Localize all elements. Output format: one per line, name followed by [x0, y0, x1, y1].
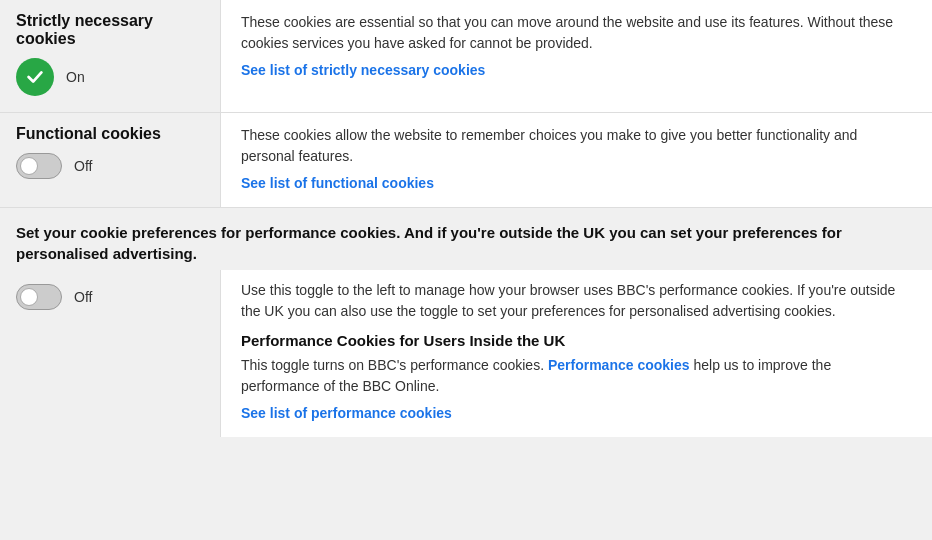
performance-section: Set your cookie preferences for performa… [0, 208, 932, 437]
strictly-necessary-description: These cookies are essential so that you … [241, 12, 912, 54]
performance-sub-title: Performance Cookies for Users Inside the… [241, 332, 912, 349]
functional-right: These cookies allow the website to remem… [220, 113, 932, 207]
performance-list-link[interactable]: See list of performance cookies [241, 405, 452, 421]
performance-toggle-track [16, 284, 62, 310]
functional-toggle[interactable] [16, 153, 62, 179]
strictly-necessary-left: Strictly necessary cookies On [0, 0, 220, 112]
strictly-necessary-status: On [66, 69, 85, 85]
strictly-necessary-section: Strictly necessary cookies On These cook… [0, 0, 932, 113]
performance-header: Set your cookie preferences for performa… [0, 208, 932, 270]
performance-body: Off Use this toggle to the left to manag… [0, 270, 932, 437]
functional-status: Off [74, 158, 92, 174]
functional-link[interactable]: See list of functional cookies [241, 175, 434, 191]
performance-left: Off [0, 270, 220, 437]
performance-toggle-knob [20, 288, 38, 306]
check-circle-icon [16, 58, 54, 96]
functional-left: Functional cookies Off [0, 113, 220, 207]
functional-title: Functional cookies [16, 125, 204, 143]
functional-section: Functional cookies Off These cookies all… [0, 113, 932, 208]
performance-toggle-row: Off [16, 284, 204, 310]
functional-toggle-row: Off [16, 153, 204, 179]
performance-cookies-link[interactable]: Performance cookies [548, 357, 690, 373]
strictly-necessary-link[interactable]: See list of strictly necessary cookies [241, 62, 485, 78]
functional-toggle-track [16, 153, 62, 179]
strictly-necessary-title: Strictly necessary cookies [16, 12, 204, 48]
performance-right: Use this toggle to the left to manage ho… [220, 270, 932, 437]
strictly-necessary-toggle-row: On [16, 58, 204, 96]
performance-toggle[interactable] [16, 284, 62, 310]
performance-header-text: Set your cookie preferences for performa… [16, 222, 916, 264]
functional-description: These cookies allow the website to remem… [241, 125, 912, 167]
performance-status: Off [74, 289, 92, 305]
performance-description1: Use this toggle to the left to manage ho… [241, 280, 912, 322]
page-wrapper: Strictly necessary cookies On These cook… [0, 0, 932, 437]
functional-toggle-knob [20, 157, 38, 175]
performance-desc2-prefix: This toggle turns on BBC's performance c… [241, 357, 548, 373]
performance-description2: This toggle turns on BBC's performance c… [241, 355, 912, 397]
checkmark-icon [24, 66, 46, 88]
strictly-necessary-right: These cookies are essential so that you … [220, 0, 932, 112]
